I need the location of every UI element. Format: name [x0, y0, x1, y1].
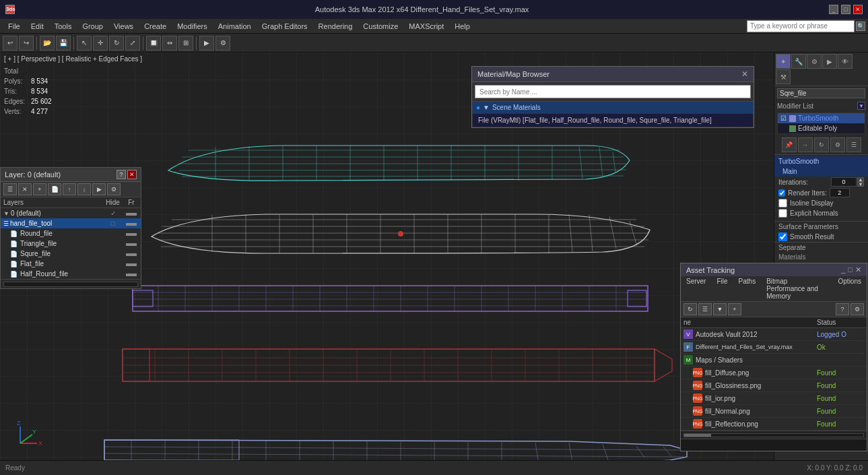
- at-menu-options[interactable]: Options: [833, 276, 867, 301]
- toolbar-render[interactable]: ▶: [199, 36, 214, 51]
- toolbar-mirror[interactable]: ⇔: [162, 36, 177, 51]
- rp-surface-hdr[interactable]: Surface Parameters: [774, 221, 868, 232]
- layer-item-flat[interactable]: 📄 Flat_file: [1, 259, 141, 269]
- menu-file[interactable]: File: [3, 21, 26, 32]
- mb-close[interactable]: ✕: [741, 69, 748, 79]
- rp-isoline-check[interactable]: [778, 199, 787, 208]
- layer-tool-remove[interactable]: 📄: [48, 183, 61, 195]
- mb-search-input[interactable]: [475, 85, 751, 98]
- toolbar-render-settings[interactable]: ⚙: [215, 36, 230, 51]
- rp-explicit-normals-check[interactable]: [778, 209, 787, 218]
- layer-panel-help[interactable]: ?: [116, 170, 126, 179]
- rp-iterations-down[interactable]: ▼: [857, 182, 864, 187]
- layer-tool-new[interactable]: ✕: [18, 183, 32, 195]
- at-menu-file[interactable]: File: [711, 276, 733, 301]
- at-menu-server[interactable]: Server: [681, 276, 711, 301]
- at-item-ior[interactable]: PNG fill_ior.png Found: [681, 392, 867, 405]
- at-item-diffuse[interactable]: PNG fill_Diffuse.png Found: [681, 367, 867, 379]
- minimize-button[interactable]: _: [829, 5, 838, 14]
- menu-edit[interactable]: Edit: [26, 21, 49, 32]
- layer-item-round[interactable]: 📄 Round_file: [1, 228, 141, 239]
- rp-render-iters-check[interactable]: [778, 189, 785, 197]
- rp-section-hdr-turbosmooth[interactable]: TurboSmooth: [774, 156, 868, 166]
- at-tb-add[interactable]: +: [728, 303, 741, 315]
- layer-item-0-default[interactable]: ▼ 0 (default) ✓: [1, 208, 141, 218]
- menu-tools[interactable]: Tools: [49, 21, 77, 32]
- at-maximize[interactable]: □: [848, 265, 853, 274]
- rp-iterations-up[interactable]: ▲: [857, 177, 864, 182]
- layer-scrollbar[interactable]: [1, 279, 141, 288]
- at-tb-settings[interactable]: ⚙: [850, 303, 864, 315]
- menu-graph-editors[interactable]: Graph Editors: [257, 21, 313, 32]
- menu-views[interactable]: Views: [108, 21, 139, 32]
- menu-animation[interactable]: Animation: [213, 21, 257, 32]
- at-item-glossiness[interactable]: PNG fill_Glossiness.png Found: [681, 379, 867, 392]
- at-item-file[interactable]: F Different_Hand_Files_Set_vray.max Ok: [681, 341, 867, 354]
- menu-create[interactable]: Create: [139, 21, 172, 32]
- at-tb-expand[interactable]: ☰: [698, 303, 712, 315]
- at-menu-paths[interactable]: Paths: [733, 276, 762, 301]
- rp-object-name[interactable]: [777, 88, 865, 98]
- toolbar-undo[interactable]: ↩: [3, 36, 18, 51]
- rp-icon-modify[interactable]: 🔧: [791, 54, 806, 69]
- layer-panel-close[interactable]: ✕: [127, 170, 137, 179]
- maximize-button[interactable]: □: [841, 5, 850, 14]
- at-close[interactable]: ✕: [855, 265, 861, 274]
- rp-icon-utilities[interactable]: ⚒: [776, 69, 791, 84]
- at-tb-refresh[interactable]: ↻: [683, 303, 697, 315]
- menu-group[interactable]: Group: [77, 21, 108, 32]
- mb-file-entry[interactable]: File (VRayMtl) [Flat_file, Half_Round_fi…: [472, 113, 754, 127]
- close-button[interactable]: ✕: [853, 5, 863, 14]
- search-button[interactable]: 🔍: [856, 22, 865, 31]
- menu-maxscript[interactable]: MAXScript: [403, 21, 449, 32]
- toolbar-open[interactable]: 📂: [40, 36, 55, 51]
- at-tb-help[interactable]: ?: [836, 303, 849, 315]
- layer-tool-expand[interactable]: ▶: [92, 183, 106, 195]
- at-tb-collapse[interactable]: ▼: [713, 303, 727, 315]
- rp-icon-hierarchy[interactable]: ⚙: [807, 54, 822, 69]
- rp-render-iters-value[interactable]: [830, 188, 850, 197]
- rp-icon-create[interactable]: ✦: [776, 54, 791, 69]
- toolbar-redo[interactable]: ↪: [19, 36, 34, 51]
- rp-modifier-dropdown[interactable]: ▼: [857, 102, 865, 110]
- toolbar-rotate[interactable]: ↻: [109, 36, 124, 51]
- layer-item-squre[interactable]: 📄 Squre_file: [1, 249, 141, 259]
- rp-nav-pin[interactable]: 📌: [782, 137, 797, 152]
- viewport[interactable]: [ + ] [ Perspective ] [ Realistic + Edge…: [0, 53, 774, 460]
- layer-tool-move-down[interactable]: ↓: [77, 183, 91, 195]
- mb-scene-materials-header[interactable]: ▼ Scene Materials: [472, 102, 754, 113]
- rp-icon-motion[interactable]: ▶: [822, 54, 837, 69]
- layer-tool-move-up[interactable]: ↑: [63, 183, 76, 195]
- rp-nav-list[interactable]: ☰: [846, 137, 861, 152]
- menu-help[interactable]: Help: [449, 21, 475, 32]
- layer-item-triangle[interactable]: 📄 Triangle_file: [1, 239, 141, 249]
- layer-tool-add[interactable]: +: [33, 183, 46, 195]
- toolbar-scale[interactable]: ⤢: [125, 36, 140, 51]
- layer-tool-properties[interactable]: ⚙: [107, 183, 121, 195]
- toolbar-snaps[interactable]: 🔲: [146, 36, 161, 51]
- at-item-reflection[interactable]: PNG fill_Reflection.png Found: [681, 418, 867, 431]
- at-item-vault[interactable]: V Autodesk Vault 2012 Logged O: [681, 328, 867, 341]
- layer-tool-select[interactable]: ☰: [3, 183, 17, 195]
- search-input[interactable]: [747, 20, 855, 32]
- rp-mod-turbosmooth[interactable]: ☑ TurboSmooth: [778, 113, 865, 123]
- rp-section-hdr-main[interactable]: Main: [774, 166, 868, 177]
- at-item-normal[interactable]: PNG fill_Normal.png Found: [681, 405, 867, 418]
- toolbar-move[interactable]: ✛: [93, 36, 108, 51]
- toolbar-select[interactable]: ↖: [77, 36, 92, 51]
- menu-customize[interactable]: Customize: [358, 21, 403, 32]
- menu-rendering[interactable]: Rendering: [313, 21, 358, 32]
- rp-smooth-result-check[interactable]: [778, 232, 787, 241]
- menu-modifiers[interactable]: Modifiers: [172, 21, 213, 32]
- rp-icon-display[interactable]: 👁: [838, 54, 853, 69]
- rp-separate-hdr[interactable]: Separate: [774, 242, 868, 253]
- rp-nav-refresh[interactable]: ↻: [814, 137, 829, 152]
- rp-mod-editable-poly[interactable]: Editable Poly: [778, 123, 865, 133]
- rp-nav-arrow[interactable]: →: [798, 137, 813, 152]
- at-scrollbar[interactable]: [681, 431, 867, 439]
- layer-scroll-track[interactable]: [3, 282, 138, 287]
- toolbar-align[interactable]: ⊞: [178, 36, 193, 51]
- at-scroll-track[interactable]: [683, 433, 864, 437]
- rp-iterations-value[interactable]: [831, 177, 857, 187]
- rp-nav-settings[interactable]: ⚙: [830, 137, 845, 152]
